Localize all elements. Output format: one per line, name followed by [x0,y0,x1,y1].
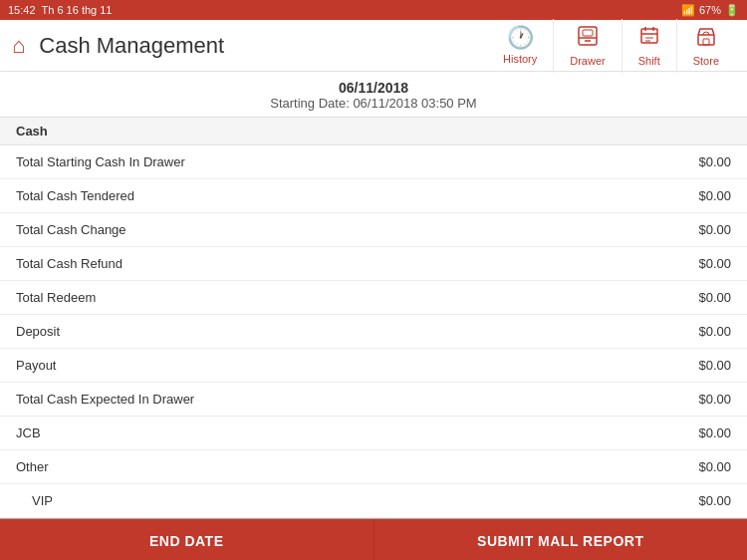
nav-shift[interactable]: Shift [622,19,676,73]
date-main: 06/11/2018 [0,80,747,96]
table-row: Total Redeem $0.00 [0,281,747,315]
home-icon[interactable]: ⌂ [12,33,25,59]
nav-drawer-label: Drawer [570,55,605,67]
status-date: Th 6 16 thg 11 [42,4,113,16]
table-row: Total Cash Expected In Drawer $0.00 [0,383,747,417]
nav-history-label: History [503,53,537,65]
nav-icons: 🕐 History Drawer [487,19,735,73]
content-area: Cash Total Starting Cash In Drawer $0.00… [0,118,747,518]
shift-icon [638,25,660,53]
history-icon: 🕐 [507,25,534,51]
nav-store-label: Store [693,55,719,67]
cash-section-header: Cash [0,118,747,145]
nav-shift-label: Shift [638,55,660,67]
table-row: Total Cash Tendered $0.00 [0,179,747,213]
wifi-icon: 📶 [681,4,695,17]
table-row: Total Starting Cash In Drawer $0.00 [0,145,747,179]
status-bar: 15:42 Th 6 16 thg 11 📶 67% 🔋 [0,0,747,20]
table-row: Total Cash Refund $0.00 [0,247,747,281]
status-right: 📶 67% 🔋 [681,4,739,17]
table-row: Deposit $0.00 [0,315,747,349]
table-row: JCB $0.00 [0,417,747,450]
date-sub: Starting Date: 06/11/2018 03:50 PM [0,96,747,111]
date-section: 06/11/2018 Starting Date: 06/11/2018 03:… [0,72,747,118]
page-title: Cash Management [39,33,487,59]
svg-rect-10 [698,35,714,45]
bottom-bar: END DATE SUBMIT MALL REPORT [0,518,747,560]
end-date-button[interactable]: END DATE [0,519,374,560]
status-left: 15:42 Th 6 16 thg 11 [8,4,112,16]
table-row: Total Cash Change $0.00 [0,213,747,247]
battery-status: 67% [699,4,721,16]
svg-rect-11 [703,39,709,45]
table-row: Other $0.00 [0,450,747,484]
store-icon [695,25,717,53]
table-row: VIP $0.00 [0,484,747,518]
nav-store[interactable]: Store [676,19,735,73]
table-row: Payout $0.00 [0,349,747,383]
nav-drawer[interactable]: Drawer [553,19,621,73]
header: ⌂ Cash Management 🕐 History Drawer [0,20,747,72]
svg-rect-3 [583,30,593,36]
status-time: 15:42 [8,4,36,16]
nav-history[interactable]: 🕐 History [487,19,553,73]
submit-mall-button[interactable]: SUBMIT MALL REPORT [374,519,748,560]
drawer-icon [577,25,599,53]
battery-icon: 🔋 [725,4,739,17]
